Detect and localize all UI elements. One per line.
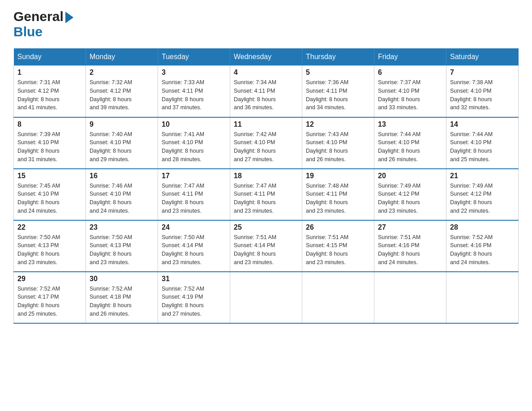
day-info: Sunrise: 7:47 AMSunset: 4:11 PMDaylight:…: [234, 183, 276, 214]
day-info: Sunrise: 7:52 AMSunset: 4:18 PMDaylight:…: [90, 286, 132, 317]
col-header-saturday: Saturday: [446, 48, 519, 66]
day-number: 4: [234, 68, 298, 77]
week-row-2: 8 Sunrise: 7:39 AMSunset: 4:10 PMDayligh…: [14, 117, 519, 169]
day-number: 31: [162, 275, 226, 283]
day-cell: 28 Sunrise: 7:52 AMSunset: 4:16 PMDaylig…: [446, 220, 519, 272]
day-info: Sunrise: 7:44 AMSunset: 4:10 PMDaylight:…: [450, 131, 493, 163]
day-info: Sunrise: 7:36 AMSunset: 4:11 PMDaylight:…: [306, 79, 348, 111]
day-info: Sunrise: 7:32 AMSunset: 4:12 PMDaylight:…: [90, 79, 132, 111]
day-cell: 17 Sunrise: 7:47 AMSunset: 4:11 PMDaylig…: [158, 169, 230, 220]
day-cell: 23 Sunrise: 7:50 AMSunset: 4:13 PMDaylig…: [86, 220, 158, 272]
day-number: 10: [162, 120, 226, 128]
day-info: Sunrise: 7:44 AMSunset: 4:10 PMDaylight:…: [378, 131, 420, 163]
header-row: SundayMondayTuesdayWednesdayThursdayFrid…: [14, 48, 519, 66]
day-cell: 29 Sunrise: 7:52 AMSunset: 4:17 PMDaylig…: [14, 272, 86, 323]
day-cell: 2 Sunrise: 7:32 AMSunset: 4:12 PMDayligh…: [86, 66, 158, 117]
day-cell: [374, 272, 446, 323]
day-info: Sunrise: 7:50 AMSunset: 4:14 PMDaylight:…: [162, 234, 204, 265]
day-info: Sunrise: 7:49 AMSunset: 4:12 PMDaylight:…: [378, 183, 420, 214]
day-info: Sunrise: 7:51 AMSunset: 4:15 PMDaylight:…: [306, 234, 348, 265]
day-number: 1: [17, 68, 82, 77]
day-info: Sunrise: 7:31 AMSunset: 4:12 PMDaylight:…: [17, 79, 60, 111]
day-number: 16: [90, 172, 154, 180]
day-cell: 30 Sunrise: 7:52 AMSunset: 4:18 PMDaylig…: [86, 272, 158, 323]
day-number: 27: [378, 223, 442, 231]
day-number: 29: [17, 275, 82, 283]
day-number: 14: [450, 120, 515, 128]
day-number: 8: [17, 120, 82, 128]
day-cell: [446, 272, 519, 323]
col-header-tuesday: Tuesday: [158, 48, 230, 66]
day-number: 11: [234, 120, 298, 128]
day-info: Sunrise: 7:46 AMSunset: 4:10 PMDaylight:…: [90, 183, 132, 214]
week-row-4: 22 Sunrise: 7:50 AMSunset: 4:13 PMDaylig…: [14, 220, 519, 272]
col-header-wednesday: Wednesday: [230, 48, 302, 66]
day-info: Sunrise: 7:38 AMSunset: 4:10 PMDaylight:…: [450, 79, 493, 111]
day-cell: 20 Sunrise: 7:49 AMSunset: 4:12 PMDaylig…: [374, 169, 446, 220]
day-cell: 19 Sunrise: 7:48 AMSunset: 4:11 PMDaylig…: [302, 169, 374, 220]
day-cell: 4 Sunrise: 7:34 AMSunset: 4:11 PMDayligh…: [230, 66, 302, 117]
day-info: Sunrise: 7:37 AMSunset: 4:10 PMDaylight:…: [378, 79, 420, 111]
day-cell: 3 Sunrise: 7:33 AMSunset: 4:11 PMDayligh…: [158, 66, 230, 117]
day-number: 3: [162, 68, 226, 77]
day-cell: 14 Sunrise: 7:44 AMSunset: 4:10 PMDaylig…: [446, 117, 519, 169]
day-number: 6: [378, 68, 442, 77]
day-cell: 31 Sunrise: 7:52 AMSunset: 4:19 PMDaylig…: [158, 272, 230, 323]
day-number: 25: [234, 223, 298, 231]
day-cell: 5 Sunrise: 7:36 AMSunset: 4:11 PMDayligh…: [302, 66, 374, 117]
day-info: Sunrise: 7:43 AMSunset: 4:10 PMDaylight:…: [306, 131, 348, 163]
day-number: 13: [378, 120, 442, 128]
day-info: Sunrise: 7:34 AMSunset: 4:11 PMDaylight:…: [234, 79, 276, 111]
day-info: Sunrise: 7:52 AMSunset: 4:16 PMDaylight:…: [450, 234, 493, 265]
day-number: 17: [162, 172, 226, 180]
logo: General Blue: [13, 9, 73, 39]
day-info: Sunrise: 7:50 AMSunset: 4:13 PMDaylight:…: [17, 234, 60, 265]
day-info: Sunrise: 7:48 AMSunset: 4:11 PMDaylight:…: [306, 183, 348, 214]
day-info: Sunrise: 7:39 AMSunset: 4:10 PMDaylight:…: [17, 131, 60, 163]
col-header-monday: Monday: [86, 48, 158, 66]
day-cell: 7 Sunrise: 7:38 AMSunset: 4:10 PMDayligh…: [446, 66, 519, 117]
day-number: 21: [450, 172, 515, 180]
day-cell: 6 Sunrise: 7:37 AMSunset: 4:10 PMDayligh…: [374, 66, 446, 117]
logo-general-text: General: [13, 9, 64, 24]
day-number: 5: [306, 68, 370, 77]
day-cell: 18 Sunrise: 7:47 AMSunset: 4:11 PMDaylig…: [230, 169, 302, 220]
day-number: 15: [17, 172, 82, 180]
day-number: 28: [450, 223, 515, 231]
day-number: 2: [90, 68, 154, 77]
day-number: 18: [234, 172, 298, 180]
day-number: 19: [306, 172, 370, 180]
day-info: Sunrise: 7:49 AMSunset: 4:12 PMDaylight:…: [450, 183, 493, 214]
logo-blue-text: Blue: [13, 24, 43, 39]
week-row-1: 1 Sunrise: 7:31 AMSunset: 4:12 PMDayligh…: [14, 66, 519, 117]
day-info: Sunrise: 7:42 AMSunset: 4:10 PMDaylight:…: [234, 131, 276, 163]
col-header-thursday: Thursday: [302, 48, 374, 66]
col-header-friday: Friday: [374, 48, 446, 66]
page-header: General Blue: [13, 9, 519, 39]
day-number: 9: [90, 120, 154, 128]
day-info: Sunrise: 7:41 AMSunset: 4:10 PMDaylight:…: [162, 131, 204, 163]
day-cell: 25 Sunrise: 7:51 AMSunset: 4:14 PMDaylig…: [230, 220, 302, 272]
day-number: 22: [17, 223, 82, 231]
week-row-3: 15 Sunrise: 7:45 AMSunset: 4:10 PMDaylig…: [14, 169, 519, 220]
day-info: Sunrise: 7:40 AMSunset: 4:10 PMDaylight:…: [90, 131, 132, 163]
day-cell: [230, 272, 302, 323]
logo-arrow-icon: [65, 12, 73, 23]
col-header-sunday: Sunday: [14, 48, 86, 66]
day-info: Sunrise: 7:51 AMSunset: 4:16 PMDaylight:…: [378, 234, 420, 265]
day-number: 26: [306, 223, 370, 231]
day-info: Sunrise: 7:33 AMSunset: 4:11 PMDaylight:…: [162, 79, 204, 111]
day-cell: 22 Sunrise: 7:50 AMSunset: 4:13 PMDaylig…: [14, 220, 86, 272]
day-cell: 27 Sunrise: 7:51 AMSunset: 4:16 PMDaylig…: [374, 220, 446, 272]
day-cell: 26 Sunrise: 7:51 AMSunset: 4:15 PMDaylig…: [302, 220, 374, 272]
day-info: Sunrise: 7:47 AMSunset: 4:11 PMDaylight:…: [162, 183, 204, 214]
day-cell: 16 Sunrise: 7:46 AMSunset: 4:10 PMDaylig…: [86, 169, 158, 220]
day-cell: 12 Sunrise: 7:43 AMSunset: 4:10 PMDaylig…: [302, 117, 374, 169]
week-row-5: 29 Sunrise: 7:52 AMSunset: 4:17 PMDaylig…: [14, 272, 519, 323]
day-cell: 24 Sunrise: 7:50 AMSunset: 4:14 PMDaylig…: [158, 220, 230, 272]
day-cell: [302, 272, 374, 323]
day-cell: 13 Sunrise: 7:44 AMSunset: 4:10 PMDaylig…: [374, 117, 446, 169]
day-number: 7: [450, 68, 515, 77]
day-number: 20: [378, 172, 442, 180]
day-info: Sunrise: 7:52 AMSunset: 4:17 PMDaylight:…: [17, 286, 60, 317]
